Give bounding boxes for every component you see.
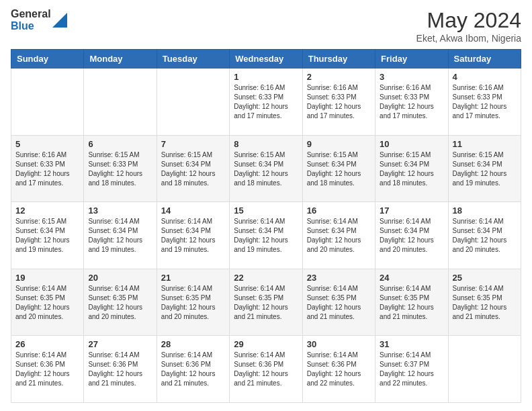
calendar-cell [84, 68, 157, 136]
day-number: 8 [234, 139, 298, 149]
day-info: Sunrise: 6:15 AM Sunset: 6:34 PM Dayligh… [15, 217, 79, 255]
calendar-cell: 14Sunrise: 6:14 AM Sunset: 6:34 PM Dayli… [157, 202, 229, 269]
day-info: Sunrise: 6:14 AM Sunset: 6:36 PM Dayligh… [161, 351, 225, 388]
calendar-cell: 31Sunrise: 6:14 AM Sunset: 6:37 PM Dayli… [375, 336, 448, 403]
day-number: 5 [15, 139, 79, 149]
day-info: Sunrise: 6:15 AM Sunset: 6:34 PM Dayligh… [307, 150, 371, 188]
day-info: Sunrise: 6:15 AM Sunset: 6:33 PM Dayligh… [88, 150, 152, 188]
day-number: 3 [380, 72, 443, 82]
day-info: Sunrise: 6:14 AM Sunset: 6:36 PM Dayligh… [15, 351, 79, 388]
day-number: 10 [380, 139, 443, 149]
week-row-2: 12Sunrise: 6:15 AM Sunset: 6:34 PM Dayli… [11, 202, 521, 269]
calendar-cell [448, 336, 521, 403]
calendar-cell: 13Sunrise: 6:14 AM Sunset: 6:34 PM Dayli… [84, 202, 157, 269]
day-info: Sunrise: 6:15 AM Sunset: 6:34 PM Dayligh… [234, 150, 298, 188]
logo-blue: Blue [11, 20, 51, 32]
calendar-cell: 28Sunrise: 6:14 AM Sunset: 6:36 PM Dayli… [157, 336, 229, 403]
calendar-cell: 7Sunrise: 6:15 AM Sunset: 6:34 PM Daylig… [157, 135, 229, 202]
logo: General Blue [11, 8, 67, 32]
day-info: Sunrise: 6:14 AM Sunset: 6:37 PM Dayligh… [380, 351, 443, 388]
week-row-3: 19Sunrise: 6:14 AM Sunset: 6:35 PM Dayli… [11, 269, 521, 336]
calendar-cell: 22Sunrise: 6:14 AM Sunset: 6:35 PM Dayli… [230, 269, 302, 336]
day-number: 4 [453, 72, 517, 82]
calendar-cell: 23Sunrise: 6:14 AM Sunset: 6:35 PM Dayli… [302, 269, 375, 336]
day-info: Sunrise: 6:14 AM Sunset: 6:34 PM Dayligh… [88, 217, 152, 255]
calendar-cell: 8Sunrise: 6:15 AM Sunset: 6:34 PM Daylig… [230, 135, 302, 202]
day-number: 14 [161, 205, 225, 216]
day-info: Sunrise: 6:14 AM Sunset: 6:35 PM Dayligh… [161, 284, 225, 322]
day-number: 2 [307, 72, 371, 82]
day-number: 13 [88, 205, 152, 216]
calendar-table: SundayMondayTuesdayWednesdayThursdayFrid… [11, 49, 521, 403]
location: Eket, Akwa Ibom, Nigeria [416, 33, 521, 44]
day-info: Sunrise: 6:14 AM Sunset: 6:35 PM Dayligh… [380, 284, 443, 322]
day-info: Sunrise: 6:14 AM Sunset: 6:36 PM Dayligh… [307, 351, 371, 388]
calendar-cell: 3Sunrise: 6:16 AM Sunset: 6:33 PM Daylig… [375, 68, 448, 136]
day-number: 21 [161, 273, 225, 283]
day-info: Sunrise: 6:16 AM Sunset: 6:33 PM Dayligh… [453, 83, 517, 121]
day-number: 22 [234, 273, 298, 283]
day-number: 28 [161, 339, 225, 349]
day-info: Sunrise: 6:15 AM Sunset: 6:34 PM Dayligh… [161, 150, 225, 188]
day-number: 29 [234, 339, 298, 349]
header: General Blue May 2024 Eket, Akwa Ibom, N… [11, 8, 521, 44]
day-info: Sunrise: 6:14 AM Sunset: 6:34 PM Dayligh… [161, 217, 225, 255]
calendar-cell: 2Sunrise: 6:16 AM Sunset: 6:33 PM Daylig… [302, 68, 375, 136]
calendar-cell: 6Sunrise: 6:15 AM Sunset: 6:33 PM Daylig… [84, 135, 157, 202]
day-number: 15 [234, 205, 298, 216]
day-info: Sunrise: 6:16 AM Sunset: 6:33 PM Dayligh… [15, 150, 79, 188]
day-info: Sunrise: 6:16 AM Sunset: 6:33 PM Dayligh… [307, 83, 371, 121]
day-number: 19 [15, 273, 79, 283]
day-info: Sunrise: 6:14 AM Sunset: 6:36 PM Dayligh… [234, 351, 298, 388]
col-header-sunday: Sunday [11, 50, 84, 68]
svg-marker-0 [52, 13, 67, 28]
day-number: 30 [307, 339, 371, 349]
calendar-cell: 21Sunrise: 6:14 AM Sunset: 6:35 PM Dayli… [157, 269, 229, 336]
day-info: Sunrise: 6:14 AM Sunset: 6:34 PM Dayligh… [234, 217, 298, 255]
calendar-cell: 12Sunrise: 6:15 AM Sunset: 6:34 PM Dayli… [11, 202, 84, 269]
col-header-saturday: Saturday [448, 50, 521, 68]
calendar-cell: 30Sunrise: 6:14 AM Sunset: 6:36 PM Dayli… [302, 336, 375, 403]
calendar-cell: 11Sunrise: 6:15 AM Sunset: 6:34 PM Dayli… [448, 135, 521, 202]
header-row: SundayMondayTuesdayWednesdayThursdayFrid… [11, 50, 521, 68]
calendar-cell [157, 68, 229, 136]
day-number: 16 [307, 205, 371, 216]
calendar-cell: 24Sunrise: 6:14 AM Sunset: 6:35 PM Dayli… [375, 269, 448, 336]
day-info: Sunrise: 6:14 AM Sunset: 6:35 PM Dayligh… [453, 284, 517, 322]
day-info: Sunrise: 6:14 AM Sunset: 6:35 PM Dayligh… [307, 284, 371, 322]
logo-general: General [11, 8, 51, 20]
col-header-wednesday: Wednesday [230, 50, 302, 68]
day-number: 26 [15, 339, 79, 349]
day-number: 18 [453, 205, 517, 216]
calendar-cell: 26Sunrise: 6:14 AM Sunset: 6:36 PM Dayli… [11, 336, 84, 403]
calendar-cell: 18Sunrise: 6:14 AM Sunset: 6:34 PM Dayli… [448, 202, 521, 269]
week-row-1: 5Sunrise: 6:16 AM Sunset: 6:33 PM Daylig… [11, 135, 521, 202]
day-number: 24 [380, 273, 443, 283]
calendar-cell [11, 68, 84, 136]
day-number: 9 [307, 139, 371, 149]
day-info: Sunrise: 6:14 AM Sunset: 6:35 PM Dayligh… [15, 284, 79, 322]
calendar-cell: 27Sunrise: 6:14 AM Sunset: 6:36 PM Dayli… [84, 336, 157, 403]
day-number: 27 [88, 339, 152, 349]
day-info: Sunrise: 6:14 AM Sunset: 6:34 PM Dayligh… [307, 217, 371, 255]
logo-triangle-icon [52, 13, 67, 28]
day-number: 20 [88, 273, 152, 283]
month-title: May 2024 [416, 8, 521, 33]
week-row-0: 1Sunrise: 6:16 AM Sunset: 6:33 PM Daylig… [11, 68, 521, 136]
calendar-cell: 20Sunrise: 6:14 AM Sunset: 6:35 PM Dayli… [84, 269, 157, 336]
day-info: Sunrise: 6:16 AM Sunset: 6:33 PM Dayligh… [380, 83, 443, 121]
calendar-cell: 1Sunrise: 6:16 AM Sunset: 6:33 PM Daylig… [230, 68, 302, 136]
calendar-cell: 19Sunrise: 6:14 AM Sunset: 6:35 PM Dayli… [11, 269, 84, 336]
day-info: Sunrise: 6:14 AM Sunset: 6:34 PM Dayligh… [453, 217, 517, 255]
day-number: 6 [88, 139, 152, 149]
calendar-cell: 17Sunrise: 6:14 AM Sunset: 6:34 PM Dayli… [375, 202, 448, 269]
day-info: Sunrise: 6:16 AM Sunset: 6:33 PM Dayligh… [234, 83, 298, 121]
col-header-thursday: Thursday [302, 50, 375, 68]
day-info: Sunrise: 6:14 AM Sunset: 6:34 PM Dayligh… [380, 217, 443, 255]
day-number: 1 [234, 72, 298, 82]
day-number: 31 [380, 339, 443, 349]
day-number: 11 [453, 139, 517, 149]
day-info: Sunrise: 6:14 AM Sunset: 6:35 PM Dayligh… [88, 284, 152, 322]
calendar-cell: 16Sunrise: 6:14 AM Sunset: 6:34 PM Dayli… [302, 202, 375, 269]
col-header-monday: Monday [84, 50, 157, 68]
